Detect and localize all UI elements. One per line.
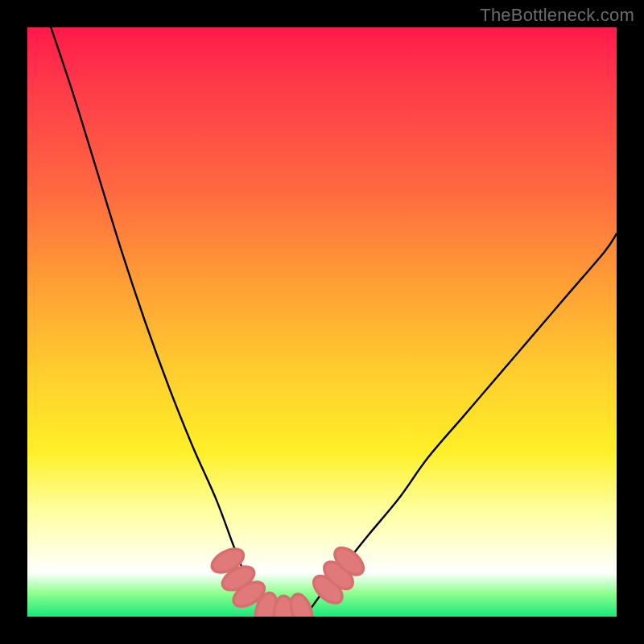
plot-area bbox=[27, 27, 617, 617]
bottleneck-curve-svg bbox=[27, 27, 617, 617]
bottleneck-curve bbox=[51, 27, 617, 617]
attribution-label: TheBottleneck.com bbox=[480, 5, 634, 26]
chart-frame: TheBottleneck.com bbox=[0, 0, 644, 644]
highlight-marker bbox=[287, 592, 316, 617]
highlight-markers bbox=[208, 543, 369, 617]
